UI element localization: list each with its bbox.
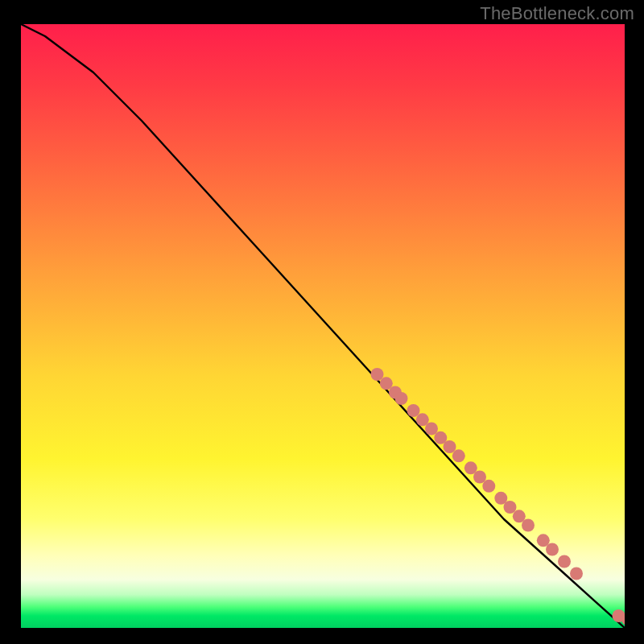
plot-area bbox=[21, 24, 625, 628]
marker-point bbox=[522, 519, 535, 532]
highlighted-points bbox=[371, 368, 625, 625]
marker-point bbox=[371, 368, 384, 381]
marker-point bbox=[395, 392, 408, 405]
marker-point bbox=[558, 555, 571, 568]
bottleneck-curve bbox=[21, 24, 625, 628]
watermark-text: TheBottleneck.com bbox=[480, 3, 634, 24]
marker-point bbox=[444, 440, 456, 453]
marker-point bbox=[570, 568, 583, 580]
marker-point bbox=[546, 543, 559, 556]
chart-stage: TheBottleneck.com bbox=[0, 0, 644, 644]
marker-point bbox=[425, 423, 438, 436]
marker-point bbox=[452, 449, 465, 462]
plot-overlay-svg bbox=[21, 24, 625, 628]
marker-point bbox=[504, 501, 517, 514]
marker-point bbox=[473, 471, 486, 484]
marker-point bbox=[407, 404, 420, 417]
marker-point bbox=[482, 480, 495, 493]
